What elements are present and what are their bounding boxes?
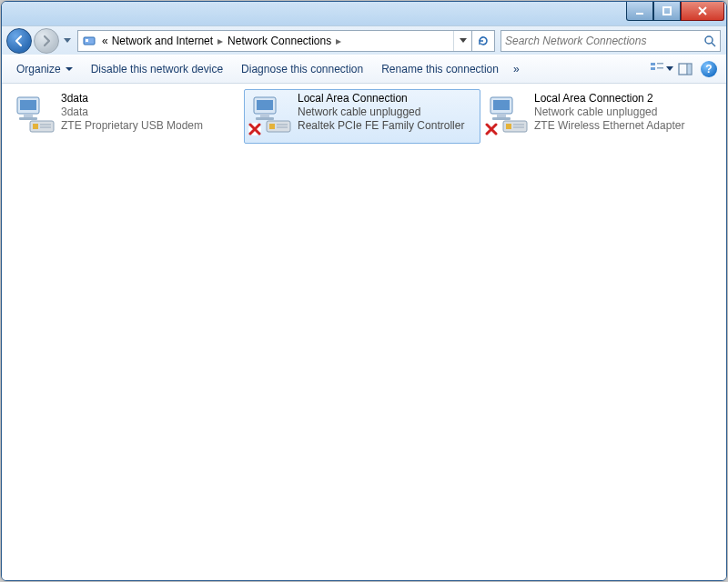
toolbar-overflow[interactable]: » [508, 63, 525, 75]
forward-button[interactable] [34, 28, 59, 54]
svg-rect-0 [636, 13, 643, 15]
svg-rect-35 [506, 124, 511, 129]
connection-item[interactable]: Local Area Connection 2 Network cable un… [480, 89, 717, 144]
back-arrow-icon [13, 35, 25, 47]
forward-arrow-icon [40, 35, 53, 47]
connection-text: 3data 3data ZTE Proprietary USB Modem [61, 92, 203, 133]
svg-rect-26 [269, 124, 275, 129]
svg-rect-12 [688, 65, 691, 74]
connection-device: ZTE Proprietary USB Modem [61, 119, 203, 133]
connection-device: Realtek PCIe FE Family Controller [298, 119, 464, 133]
refresh-button[interactable] [472, 30, 495, 52]
change-view-button[interactable] [650, 55, 673, 83]
svg-rect-22 [257, 100, 273, 110]
chevron-down-icon [666, 66, 673, 72]
maximize-icon [662, 5, 672, 16]
svg-rect-23 [260, 114, 269, 117]
titlebar [2, 2, 726, 25]
caption-buttons [626, 2, 726, 21]
minimize-icon [634, 5, 645, 16]
breadcrumb-sep[interactable]: ▸ [215, 35, 226, 47]
help-icon: ? [701, 61, 717, 77]
svg-rect-32 [497, 114, 506, 117]
address-box[interactable]: « Network and Internet ▸ Network Connect… [77, 30, 472, 52]
search-icon[interactable] [700, 35, 720, 47]
svg-rect-3 [86, 39, 88, 42]
connection-status: 3data [61, 105, 203, 119]
preview-pane-icon [678, 62, 693, 76]
organize-menu[interactable]: Organize [7, 55, 82, 83]
help-button[interactable]: ? [697, 55, 721, 83]
view-icon [650, 61, 664, 78]
rename-button[interactable]: Rename this connection [372, 55, 508, 83]
nav-history-dropdown[interactable] [61, 29, 74, 53]
connection-name: Local Area Connection [298, 92, 464, 105]
close-button[interactable] [681, 2, 724, 21]
network-adapter-icon [12, 92, 56, 135]
chevron-down-icon [460, 38, 467, 44]
close-icon [697, 5, 708, 16]
connection-text: Local Area Connection Network cable unpl… [298, 92, 464, 133]
svg-rect-14 [20, 100, 36, 110]
search-input[interactable] [501, 35, 700, 47]
svg-rect-16 [19, 117, 37, 120]
preview-pane-button[interactable] [673, 55, 697, 83]
svg-rect-15 [24, 114, 33, 117]
minimize-button[interactable] [626, 2, 653, 21]
address-tail [453, 31, 471, 51]
breadcrumb-item[interactable]: Network and Internet [110, 35, 215, 47]
breadcrumb-item[interactable]: Network Connections [226, 35, 333, 47]
explorer-window: « Network and Internet ▸ Network Connect… [1, 1, 727, 581]
back-button[interactable] [6, 28, 32, 54]
network-adapter-icon [248, 92, 292, 135]
connection-text: Local Area Connection 2 Network cable un… [534, 92, 684, 133]
connection-item[interactable]: 3data 3data ZTE Proprietary USB Modem [7, 89, 244, 144]
svg-rect-18 [33, 124, 38, 129]
search-box[interactable] [500, 30, 721, 52]
refresh-icon [477, 35, 490, 47]
connection-status: Network cable unplugged [534, 105, 684, 119]
svg-rect-6 [651, 63, 655, 65]
svg-line-5 [712, 43, 715, 46]
maximize-button[interactable] [653, 2, 681, 21]
content-area[interactable]: 3data 3data ZTE Proprietary USB Modem Lo… [2, 84, 726, 581]
location-icon [82, 34, 96, 48]
address-dropdown-button[interactable] [453, 31, 471, 51]
svg-rect-9 [657, 67, 663, 69]
chevron-down-icon [64, 38, 71, 44]
disable-device-button[interactable]: Disable this network device [82, 55, 232, 83]
svg-rect-31 [493, 100, 510, 110]
breadcrumb-sep[interactable]: ▸ [333, 35, 344, 47]
breadcrumb-prefix[interactable]: « [100, 35, 110, 47]
svg-rect-7 [651, 67, 655, 70]
connection-status: Network cable unplugged [298, 105, 464, 119]
svg-point-4 [705, 36, 713, 44]
connection-item[interactable]: Local Area Connection Network cable unpl… [244, 89, 480, 144]
svg-rect-1 [663, 7, 671, 15]
connection-name: Local Area Connection 2 [534, 92, 684, 105]
svg-rect-24 [256, 117, 274, 120]
svg-rect-33 [492, 117, 511, 120]
command-bar: Organize Disable this network device Dia… [2, 55, 726, 84]
address-bar: « Network and Internet ▸ Network Connect… [2, 25, 726, 55]
svg-rect-8 [657, 63, 663, 65]
connection-device: ZTE Wireless Ethernet Adapter [534, 119, 684, 133]
network-adapter-icon [485, 92, 529, 135]
connection-name: 3data [61, 92, 203, 105]
diagnose-button[interactable]: Diagnose this connection [232, 55, 372, 83]
svg-rect-2 [84, 37, 95, 45]
